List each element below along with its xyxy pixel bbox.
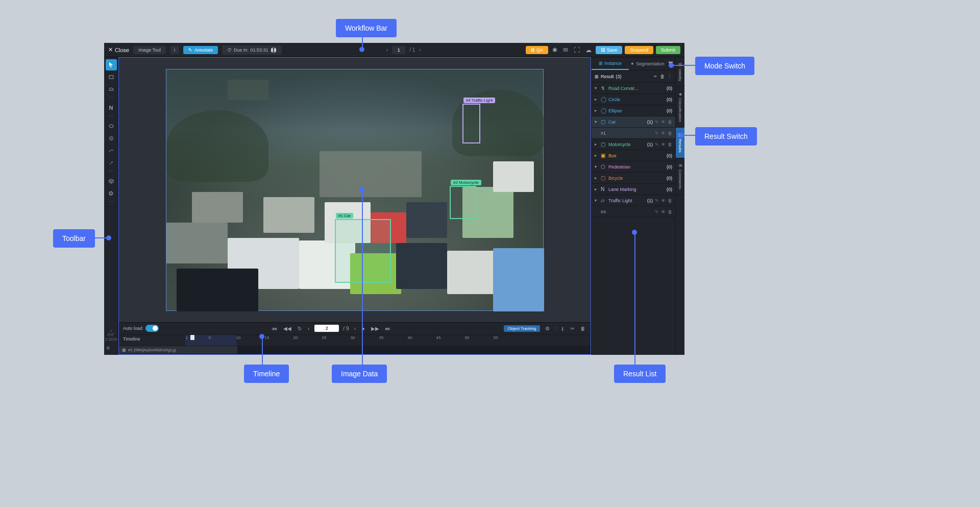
next-frame-icon[interactable]: › xyxy=(353,326,356,331)
forward-icon[interactable]: ▶▶ xyxy=(370,326,380,331)
magic-tool[interactable] xyxy=(106,157,117,168)
save-button[interactable]: 🖫Save xyxy=(596,46,623,54)
edit-icon[interactable]: ✎ xyxy=(655,131,659,136)
callout-dot xyxy=(359,47,364,52)
annotation-motorcycle[interactable]: #2 Motorcycle xyxy=(450,186,476,219)
result-child[interactable]: #1✎👁🗑 xyxy=(592,128,675,139)
result-item[interactable]: ▾↯Road Curvat…(0) xyxy=(592,83,675,94)
result-item[interactable]: ▸◯Circle(0) xyxy=(592,94,675,105)
eye-icon[interactable]: 👁 xyxy=(661,131,666,136)
result-item[interactable]: ▾⬠Pedestrian(0) xyxy=(592,161,675,173)
type-icon: N xyxy=(601,186,606,192)
tool-more-1[interactable]: ⋯ xyxy=(109,96,114,101)
split-icon[interactable]: ⫿ xyxy=(560,326,565,331)
eye-icon[interactable]: 👁 xyxy=(661,142,666,147)
close-button[interactable]: ✕ Close xyxy=(108,46,129,53)
skip-end-icon[interactable]: ⏭ xyxy=(384,326,391,331)
result-item[interactable]: ▾▢Car(1)✎👁🗑 xyxy=(592,116,675,128)
trash-icon[interactable]: 🗑 xyxy=(668,142,672,147)
qa-button[interactable]: ✪QA xyxy=(526,46,548,54)
result-header: ⊞ Result(3) ⫧ 🗑 ⋮ xyxy=(592,70,675,83)
pause-icon[interactable]: ❚❚ xyxy=(271,47,277,53)
comments-tab[interactable]: ✉Comments xyxy=(676,158,684,195)
delete-icon[interactable]: 🗑 xyxy=(579,326,586,331)
result-item[interactable]: ▸▣Bus(0) xyxy=(592,150,675,161)
eye-icon[interactable]: 👁 xyxy=(661,119,666,125)
item-name: Motorcycle xyxy=(608,142,645,147)
gear-tool[interactable]: ⚙ xyxy=(106,188,117,199)
gear-icon[interactable]: ⚙ xyxy=(544,326,551,331)
tool-more-4[interactable]: ⋯ xyxy=(109,200,114,205)
result-child[interactable]: #4✎👁🗑 xyxy=(592,206,675,218)
edit-icon[interactable]: ✎ xyxy=(655,209,659,214)
circle-tool[interactable] xyxy=(106,133,117,144)
classification-icon: ◈ xyxy=(678,92,682,96)
playhead[interactable] xyxy=(190,335,194,340)
result-item[interactable]: ▸▢Motorcycle(1)✎👁🗑 xyxy=(592,139,675,150)
tick-label: 20 xyxy=(293,335,298,340)
rewind-icon[interactable]: ◀◀ xyxy=(282,326,292,331)
validity-tab[interactable]: ▤Validity xyxy=(676,57,684,87)
curve-tool[interactable] xyxy=(106,145,117,156)
trash-icon[interactable]: 🗑 xyxy=(668,209,672,214)
canvas-area: #1 Car #2 Motorcycle #4 Traffic Light Au… xyxy=(118,57,591,355)
cut-icon[interactable]: ✂ xyxy=(569,326,575,331)
submit-button[interactable]: Submit xyxy=(656,46,680,54)
result-item[interactable]: ▸▢Bicycle(0) xyxy=(592,173,675,184)
sliders-icon[interactable]: ≡ xyxy=(107,345,116,352)
prev-icon[interactable]: ‹ xyxy=(386,47,388,53)
comment-icon[interactable]: ✉ xyxy=(561,46,570,54)
info-button[interactable]: i xyxy=(170,46,179,54)
eye-icon[interactable]: 👁 xyxy=(661,209,666,214)
instance-tab[interactable]: ⊞Instance xyxy=(592,57,629,70)
skip-start-icon[interactable]: ⏮ xyxy=(271,326,278,331)
result-item[interactable]: ▾▱Traffic Light(1)✎👁🗑 xyxy=(592,195,675,206)
polyline-tool[interactable]: N xyxy=(106,102,117,113)
object-tracking-badge[interactable]: Object Tracking xyxy=(504,325,541,332)
auto-load-toggle[interactable] xyxy=(145,325,159,332)
rect-tool[interactable] xyxy=(106,71,117,83)
result-item[interactable]: ▸NLane Marking(0) xyxy=(592,184,675,195)
edit-icon[interactable]: ✎ xyxy=(655,119,659,125)
track-segment[interactable]: ▦ #1 (5MQhqSvW02rsXgLg) xyxy=(119,346,237,354)
fullscreen-icon[interactable]: ⛶ xyxy=(572,46,581,54)
annotation-traffic-light[interactable]: #4 Traffic Light xyxy=(462,104,480,143)
tool-more-2[interactable]: ⋯ xyxy=(109,114,114,119)
canvas[interactable]: #1 Car #2 Motorcycle #4 Traffic Light xyxy=(119,58,591,322)
select-tool[interactable] xyxy=(106,59,117,70)
polygon-tool[interactable] xyxy=(106,84,117,95)
item-count: (0) xyxy=(667,86,672,91)
trash-icon[interactable]: 🗑 xyxy=(660,74,665,79)
expand-icon[interactable]: ⤢ xyxy=(110,329,113,332)
next-icon[interactable]: › xyxy=(419,47,421,53)
type-icon: ▢ xyxy=(601,119,606,125)
item-count: (0) xyxy=(667,153,672,158)
frame-input[interactable] xyxy=(314,325,339,332)
page-input[interactable] xyxy=(392,46,405,54)
suspend-button[interactable]: Suspend xyxy=(625,46,653,54)
refresh-icon[interactable]: ↻ xyxy=(297,326,303,331)
trash-icon[interactable]: 🗑 xyxy=(668,131,672,136)
edit-icon[interactable]: ✎ xyxy=(655,142,659,147)
ellipse-tool[interactable] xyxy=(106,120,117,132)
bug-icon[interactable]: ✱ xyxy=(551,46,559,54)
more-icon[interactable]: ⋮ xyxy=(667,74,672,79)
timeline-ruler[interactable]: Timeline 1 5 10 15 20 25 30 35 40 45 xyxy=(119,335,591,346)
3d-tool[interactable] xyxy=(106,176,117,187)
segmentation-tab[interactable]: ✦Segmentation xyxy=(629,57,666,70)
eye-icon[interactable]: 👁 xyxy=(661,198,666,203)
prev-frame-icon[interactable]: ‹ xyxy=(307,326,310,331)
timeline-track[interactable]: ▦ #1 (5MQhqSvW02rsXgLg) xyxy=(119,346,591,354)
side-tabs: ▤Validity ◈Classification ▦Results ✉Comm… xyxy=(675,57,684,355)
cloud-icon[interactable]: ☁ xyxy=(584,46,593,54)
annotation-car[interactable]: #1 Car xyxy=(335,219,391,283)
save-label: Save xyxy=(607,47,618,53)
edit-icon[interactable]: ✎ xyxy=(655,198,659,203)
result-item[interactable]: ▸◯Ellipse(0) xyxy=(592,105,675,116)
classification-tab[interactable]: ◈Classification xyxy=(676,87,684,128)
trash-icon[interactable]: 🗑 xyxy=(668,198,672,203)
tool-more-3[interactable]: ⋯ xyxy=(109,170,114,175)
trash-icon[interactable]: 🗑 xyxy=(668,119,672,125)
filter-icon[interactable]: ⫧ xyxy=(653,74,658,79)
annotate-button[interactable]: ✎Annotate xyxy=(183,46,218,54)
